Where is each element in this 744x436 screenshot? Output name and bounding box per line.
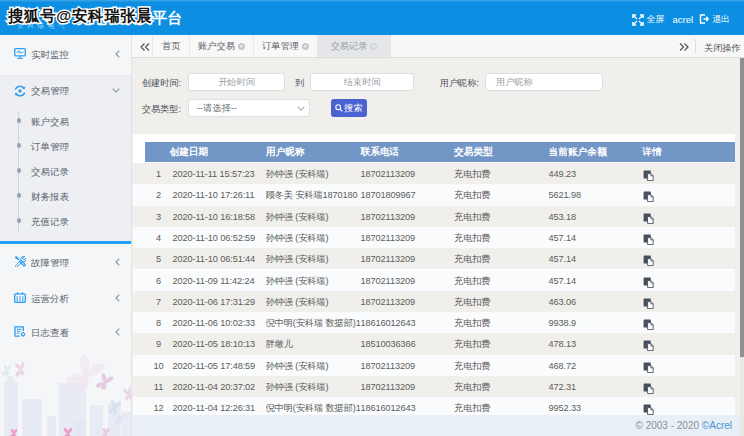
svg-text:搜狐号@安科瑞张晨: 搜狐号@安科瑞张晨 (7, 7, 153, 25)
